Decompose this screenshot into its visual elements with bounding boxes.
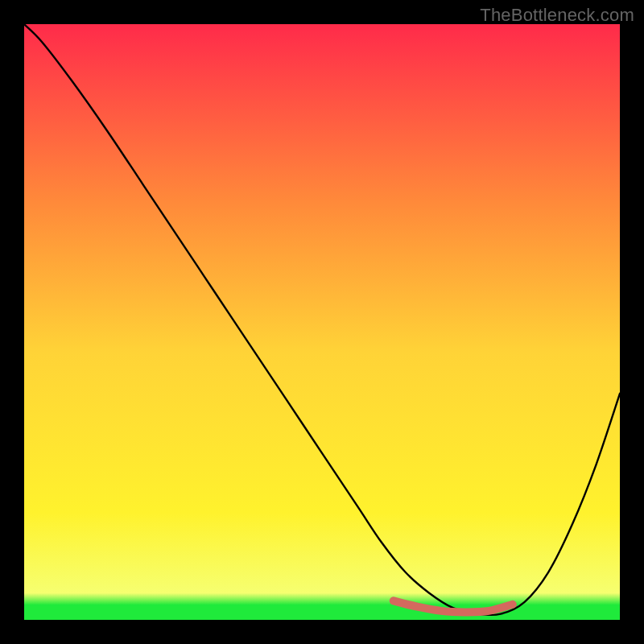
gradient-background	[24, 24, 620, 620]
chart-frame	[24, 24, 620, 620]
watermark-text: TheBottleneck.com	[480, 5, 634, 26]
plot-svg	[24, 24, 620, 620]
